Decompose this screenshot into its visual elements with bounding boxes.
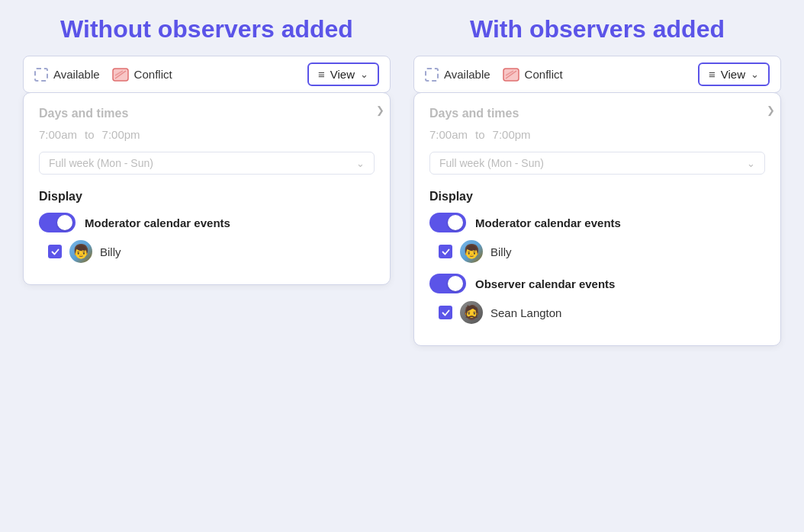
right-panel-arrow-icon: ❯ [767,104,774,116]
right-week-selector[interactable]: Full week (Mon - Sun) ⌄ [429,152,765,175]
left-moderator-label: Moderator calendar events [85,216,230,229]
right-moderator-label: Moderator calendar events [475,216,621,229]
right-view-button[interactable]: ≡ View ⌄ [698,62,770,86]
right-moderator-toggle-row: Moderator calendar events [429,213,765,232]
left-legend-available: Available [34,68,100,82]
right-dropdown-panel: ❯ Days and times 7:00am to 7:00pm Full w… [413,92,781,346]
left-panel: Without observers added Available Confli… [23,15,391,285]
right-observer-toggle[interactable] [429,274,466,293]
right-sean-checkbox[interactable] [439,306,452,319]
week-chevron-icon: ⌄ [356,158,365,169]
left-time-to: 7:00pm [102,128,140,141]
available-icon [34,68,48,82]
right-billy-avatar: 👦 [460,240,483,263]
left-billy-avatar: 👦 [69,240,92,263]
left-display-label: Display [39,190,375,204]
right-moderator-toggle[interactable] [429,213,466,232]
left-billy-row: 👦 Billy [48,240,375,263]
left-view-button[interactable]: ≡ View ⌄ [307,62,379,86]
conflict-label: Conflict [134,68,172,81]
left-billy-name: Billy [100,245,121,258]
right-filter-icon: ≡ [709,68,716,81]
left-display-section: Display Moderator calendar events 👦 Bill… [39,190,375,263]
left-panel-title: Without observers added [60,15,353,43]
right-chevron-down-icon: ⌄ [751,69,759,80]
right-legend-available: Available [425,68,490,82]
left-moderator-toggle-row: Moderator calendar events [39,213,375,232]
right-billy-name: Billy [490,245,512,258]
right-billy-checkbox[interactable] [439,245,452,258]
right-time-from: 7:00am [429,128,468,141]
available-label: Available [53,68,100,81]
right-conflict-label: Conflict [525,68,563,81]
right-display-section: Display Moderator calendar events 👦 Bill… [429,190,765,324]
left-legend-conflict: Conflict [112,68,172,82]
left-time-to-label: to [85,128,95,141]
right-available-icon [425,68,439,82]
left-moderator-toggle[interactable] [39,213,76,232]
left-billy-checkbox[interactable] [48,245,62,258]
right-time-to: 7:00pm [493,128,531,141]
right-time-row: 7:00am to 7:00pm [429,128,765,141]
right-week-chevron-icon: ⌄ [747,158,755,169]
left-toolbar: Available Conflict ≡ View ⌄ [23,56,391,93]
right-billy-row: 👦 Billy [439,240,765,263]
left-dropdown-panel: ❯ Days and times 7:00am to 7:00pm Full w… [23,92,391,285]
conflict-icon [112,68,129,82]
right-legend-conflict: Conflict [503,68,563,82]
chevron-down-icon: ⌄ [360,69,368,80]
left-week-selector[interactable]: Full week (Mon - Sun) ⌄ [39,152,375,175]
filter-icon: ≡ [318,68,325,81]
right-display-label: Display [429,190,765,204]
right-days-times-title: Days and times [429,107,765,120]
right-conflict-icon [503,68,519,82]
left-days-times-title: Days and times [39,107,375,120]
left-time-row: 7:00am to 7:00pm [39,128,375,141]
right-observer-label: Observer calendar events [475,277,615,290]
right-arrow-icon: ❯ [376,104,384,116]
left-time-from: 7:00am [39,128,77,141]
right-toolbar: Available Conflict ≡ View ⌄ [413,56,781,93]
right-sean-avatar: 🧔 [460,301,483,324]
right-panel: With observers added Available Conflict … [413,15,781,346]
right-time-to-label: to [475,128,485,141]
right-available-label: Available [444,68,490,81]
right-panel-title: With observers added [470,15,725,43]
right-observer-toggle-row: Observer calendar events [429,274,765,293]
right-sean-row: 🧔 Sean Langton [439,301,765,324]
right-sean-name: Sean Langton [490,306,561,319]
